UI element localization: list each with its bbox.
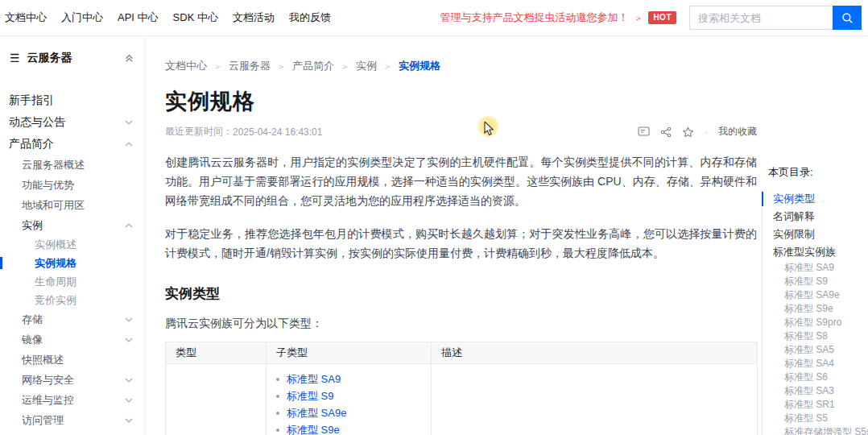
top-nav-item[interactable]: API 中心 [118, 10, 159, 25]
table-header-row: 类型 子类型 描述 [166, 342, 758, 364]
toc-item[interactable]: 实例类型 [763, 190, 868, 208]
toc-item[interactable]: 标准型 SA3 [763, 384, 868, 398]
toc-item[interactable]: 标准型 SR1 [763, 398, 868, 412]
search-icon [841, 12, 854, 24]
breadcrumb-current: 实例规格 [399, 59, 440, 73]
toc-item[interactable]: 标准型 S9pro [763, 316, 868, 329]
sidebar-item[interactable]: 实例 [0, 215, 145, 235]
breadcrumb-link[interactable]: 文档中心 [165, 59, 207, 73]
page-title: 实例规格 [165, 87, 868, 116]
subtype-link[interactable]: 标准型 SA9e [287, 408, 346, 418]
sidebar-item[interactable]: 实例概述 [0, 235, 145, 254]
article-meta: 最近更新时间： 2025-04-24 16:43:01 · 我的收藏 [165, 125, 757, 139]
menu-icon[interactable]: ☰ [10, 52, 20, 64]
share-icon[interactable] [660, 126, 672, 138]
sidebar-item[interactable]: 网络与安全 [0, 370, 145, 390]
breadcrumb-link[interactable]: 实例 [356, 59, 377, 73]
toc-list: 实例类型 名词解释 实例限制 标准型实例族 标准型 SA9 [762, 190, 868, 435]
subtype-link[interactable]: 标准型 S9 [287, 391, 334, 401]
sidebar-item[interactable]: 云服务器概述 [0, 155, 145, 175]
article-paragraph: 对于稳定业务，推荐您选择包年包月的计费模式，购买时长越久越划算；对于突发性业务高… [165, 224, 757, 263]
article-paragraph: 创建腾讯云云服务器时，用户指定的实例类型决定了实例的主机硬件配置。每个实例类型提… [165, 152, 757, 210]
sidebar-item[interactable]: 新手指引 [0, 89, 145, 111]
sidebar-item[interactable]: 快照概述 [0, 350, 145, 370]
hot-badge: HOT [648, 11, 676, 24]
bullet-icon [276, 378, 279, 381]
promo-arrow-icon: ＞ [634, 12, 643, 24]
toc-item[interactable]: 标准型 SA5 [763, 343, 868, 357]
subtype-list-item: 标准型 SA9e [276, 408, 421, 418]
toc-item[interactable]: 标准型实例族 [763, 243, 868, 261]
sidebar-product-title: 云服务器 [27, 51, 72, 65]
sidebar-item[interactable]: 存储 [0, 309, 145, 329]
toc-item[interactable]: 实例限制 [763, 226, 868, 243]
page-toc: 本页目录: 实例类型 名词解释 实例限制 标准型实例族 [762, 165, 868, 435]
toc-item[interactable]: 标准存储增强型 S5se [763, 425, 868, 435]
top-nav-item[interactable]: 入门中心 [61, 10, 103, 25]
search-button[interactable] [833, 6, 862, 30]
type-cell [166, 364, 267, 435]
description-cell [432, 364, 758, 435]
collapse-sidebar-icon[interactable] [125, 54, 134, 63]
toc-item[interactable]: 标准型 S9e [763, 302, 868, 316]
sidebar-header: ☰ 云服务器 [0, 46, 145, 70]
sidebar-item[interactable]: 实例规格 [0, 254, 145, 272]
search-input[interactable] [689, 6, 833, 30]
toc-item[interactable]: 标准型 S5 [763, 412, 868, 425]
sidebar-item[interactable]: 竞价实例 [0, 291, 145, 309]
breadcrumb-link[interactable]: 云服务器 [229, 59, 271, 73]
updated-label: 最近更新时间： [165, 125, 233, 139]
chevron-icon [125, 142, 133, 147]
article: 文档中心＞云服务器＞产品简介＞实例＞实例规格 实例规格 最近更新时间： 2025… [146, 36, 868, 435]
toc-item[interactable]: 标准型 SA9 [763, 261, 868, 275]
breadcrumb-separator-icon: ＞ [383, 60, 392, 72]
breadcrumb-link[interactable]: 产品简介 [292, 59, 334, 73]
chevron-icon [125, 398, 133, 403]
chevron-icon [125, 418, 133, 423]
toc-item[interactable]: 标准型 SA4 [763, 357, 868, 371]
feedback-icon[interactable] [638, 126, 650, 137]
sidebar-item[interactable]: 访问管理 [0, 410, 145, 430]
toc-item[interactable]: 名词解释 [763, 208, 868, 226]
chevron-icon [125, 378, 133, 383]
toc-item[interactable]: 标准型 S6 [763, 371, 868, 384]
breadcrumb-separator-icon: ＞ [341, 60, 349, 72]
sidebar-item[interactable]: 动态与公告 [0, 111, 145, 133]
bullet-icon [276, 395, 279, 398]
top-nav-item[interactable]: 我的反馈 [289, 10, 331, 25]
top-nav-item[interactable]: SDK 中心 [173, 10, 218, 25]
subtype-list-item: 标准型 SA9 [276, 374, 421, 384]
instance-type-table: 类型 子类型 描述 标准型 SA9 [165, 342, 758, 435]
bullet-icon [276, 429, 279, 432]
sidebar-item[interactable]: 购买指南 [0, 430, 145, 435]
sidebar-item[interactable]: 镜像 [0, 329, 145, 350]
subtype-link[interactable]: 标准型 SA9 [287, 374, 341, 384]
my-favorites-link[interactable]: 我的收藏 [718, 125, 757, 139]
toc-label: 本页目录: [762, 165, 868, 180]
bullet-icon [276, 412, 279, 415]
chevron-icon [125, 317, 133, 322]
product-sidebar: ☰ 云服务器 新手指引 动态与公告 [0, 36, 146, 435]
star-icon[interactable] [682, 126, 694, 138]
subtype-link-list: 标准型 SA9 标准型 S9 标准型 SA9e [276, 374, 421, 435]
toc-item[interactable]: 标准型 SA9e [763, 288, 868, 302]
col-header-subtype: 子类型 [267, 342, 432, 364]
subtype-link[interactable]: 标准型 S9e [287, 425, 340, 435]
top-nav-item[interactable]: 文档中心 [5, 10, 47, 25]
promo-banner[interactable]: 管理与支持产品文档捉虫活动邀您参加！ ＞ HOT [440, 10, 676, 25]
chevron-icon [125, 120, 133, 125]
toc-item[interactable]: 标准型 S8 [763, 329, 868, 343]
top-nav-item[interactable]: 文档活动 [233, 10, 275, 25]
sidebar-item[interactable]: 生命周期 [0, 272, 145, 291]
sidebar-item[interactable]: 功能与优势 [0, 175, 145, 195]
sidebar-item[interactable]: 产品简介 [0, 133, 145, 155]
breadcrumb: 文档中心＞云服务器＞产品简介＞实例＞实例规格 [165, 59, 868, 73]
sidebar-item[interactable]: 地域和可用区 [0, 195, 145, 215]
top-nav-items: 文档中心 入门中心 API 中心 SDK 中心 文档活动 我的反馈 [5, 10, 331, 25]
chevron-icon [125, 338, 133, 342]
chevron-icon [125, 223, 133, 228]
col-header-description: 描述 [432, 342, 758, 364]
toc-item[interactable]: 标准型 S9 [763, 275, 868, 288]
sidebar-item[interactable]: 运维与监控 [0, 390, 145, 410]
breadcrumb-separator-icon: ＞ [213, 60, 222, 72]
